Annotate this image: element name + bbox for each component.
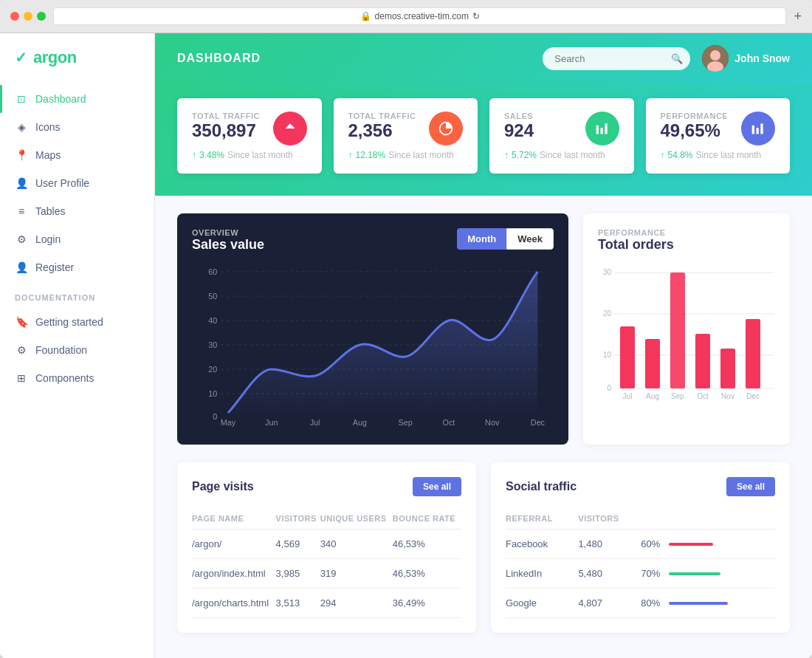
sidebar-item-label: Register xyxy=(35,261,74,273)
sidebar-item-components[interactable]: ⊞ Components xyxy=(0,364,154,392)
sidebar-item-foundation[interactable]: ⚙ Foundation xyxy=(0,336,154,364)
progress-bar xyxy=(669,602,728,605)
stat-label: TOTAL TRAFFIC xyxy=(192,112,260,120)
col-visitors: VISITORS xyxy=(276,508,320,530)
new-tab-button[interactable]: + xyxy=(794,9,802,24)
refresh-icon[interactable]: ↻ xyxy=(472,11,480,21)
sidebar-item-tables[interactable]: ≡ Tables xyxy=(0,197,154,225)
sidebar-item-maps[interactable]: 📍 Maps xyxy=(0,141,154,169)
logo-text: argon xyxy=(33,48,77,67)
stats-section: TOTAL TRAFFIC 350,897 ↑ 3.48% Since last… xyxy=(155,83,812,196)
col-progress xyxy=(641,508,775,530)
arrow-up-icon: ↑ xyxy=(661,150,665,160)
svg-text:0: 0 xyxy=(213,412,217,421)
avatar xyxy=(702,45,729,72)
orders-chart-svg: 30 20 10 0 xyxy=(598,261,775,409)
charts-row: OVERVIEW Sales value Month Week xyxy=(177,213,790,445)
svg-text:Dec: Dec xyxy=(531,418,546,427)
stat-value: 350,897 xyxy=(192,120,260,141)
svg-text:10: 10 xyxy=(603,351,612,359)
logo-icon: ✓ xyxy=(15,49,27,66)
sidebar-item-label: Foundation xyxy=(35,344,87,356)
stat-value: 924 xyxy=(504,120,534,141)
stat-card-traffic2: TOTAL TRAFFIC 2,356 ↑ 12.18% Since last … xyxy=(334,98,478,174)
sidebar-item-label: Getting started xyxy=(35,316,103,328)
stat-card-traffic1: TOTAL TRAFFIC 350,897 ↑ 3.48% Since last… xyxy=(177,98,322,174)
sidebar-item-label: Icons xyxy=(35,121,60,133)
visitors-cell: 3,985 xyxy=(276,559,320,589)
sidebar-item-register[interactable]: 👤 Register xyxy=(0,253,154,281)
search-box[interactable]: 🔍 xyxy=(543,47,690,70)
svg-rect-5 xyxy=(600,128,602,134)
tables-icon: ≡ xyxy=(15,205,28,218)
svg-text:Oct: Oct xyxy=(443,418,455,427)
sidebar-item-user-profile[interactable]: 👤 User Profile xyxy=(0,169,154,197)
svg-text:May: May xyxy=(221,418,236,427)
header-right: 🔍 John Snow xyxy=(543,45,790,72)
table-row: /argon/index.html 3,985 319 46,53% xyxy=(192,559,461,589)
col-visitors: VISITORS xyxy=(578,508,641,530)
stat-change-label: Since last month xyxy=(540,150,605,160)
svg-text:Dec: Dec xyxy=(746,392,760,400)
progress-cell: 60% xyxy=(641,530,775,559)
url-text: demos.creative-tim.com xyxy=(375,11,469,21)
chart-title: Sales value xyxy=(192,237,264,253)
foundation-icon: ⚙ xyxy=(15,343,28,357)
stat-change: ↑ 3.48% Since last month xyxy=(192,150,307,160)
svg-rect-44 xyxy=(746,319,760,388)
referral-cell: LinkedIn xyxy=(506,559,578,589)
table-row: LinkedIn 5,480 70% xyxy=(506,559,775,589)
minimize-dot[interactable] xyxy=(24,12,32,21)
orders-chart-area: 30 20 10 0 xyxy=(598,261,775,412)
page-name-cell: /argon/index.html xyxy=(192,559,276,589)
maps-icon: 📍 xyxy=(15,148,28,162)
arrow-up-icon: ↑ xyxy=(348,150,353,160)
month-button[interactable]: Month xyxy=(457,228,506,250)
sales-chart-card: OVERVIEW Sales value Month Week xyxy=(177,213,568,445)
social-traffic-title: Social traffic xyxy=(506,480,577,493)
stat-icon xyxy=(741,112,775,145)
week-button[interactable]: Week xyxy=(506,228,554,250)
svg-point-1 xyxy=(710,50,720,61)
sidebar-item-label: User Profile xyxy=(35,177,89,189)
bounce-cell: 46,53% xyxy=(393,559,461,589)
stat-change-label: Since last month xyxy=(227,150,293,160)
visitors-cell: 1,480 xyxy=(578,530,641,559)
social-traffic-see-all-button[interactable]: See all xyxy=(726,477,775,496)
social-traffic-header: Social traffic See all xyxy=(506,477,775,496)
svg-rect-41 xyxy=(670,273,685,388)
referral-cell: Facebook xyxy=(506,530,578,559)
stat-change-label: Since last month xyxy=(696,150,762,160)
main-nav: ⊡ Dashboard ◈ Icons 📍 Maps 👤 User Profil… xyxy=(0,85,154,281)
lock-icon: 🔒 xyxy=(360,11,371,21)
browser-dots xyxy=(10,12,46,21)
social-traffic-card: Social traffic See all REFERRAL VISITORS xyxy=(491,462,790,633)
svg-text:Jul: Jul xyxy=(623,392,633,400)
user-icon: 👤 xyxy=(15,177,28,190)
visitors-cell: 4,807 xyxy=(578,589,641,618)
dashboard-icon: ⊡ xyxy=(15,92,28,106)
svg-text:60: 60 xyxy=(208,267,217,276)
arrow-up-icon: ↑ xyxy=(192,150,196,160)
maximize-dot[interactable] xyxy=(37,12,46,21)
progress-cell: 70% xyxy=(641,559,775,589)
page-visits-see-all-button[interactable]: See all xyxy=(413,477,461,496)
sidebar-item-dashboard[interactable]: ⊡ Dashboard xyxy=(0,85,154,113)
browser-url-bar[interactable]: 🔒 demos.creative-tim.com ↻ xyxy=(53,7,786,25)
page-title: DASHBOARD xyxy=(177,52,261,65)
close-dot[interactable] xyxy=(10,12,19,21)
svg-text:50: 50 xyxy=(208,292,217,301)
search-input[interactable] xyxy=(554,53,665,64)
register-icon: 👤 xyxy=(15,261,28,274)
header: DASHBOARD 🔍 J xyxy=(155,33,812,83)
svg-rect-39 xyxy=(620,326,635,388)
sidebar-item-icons[interactable]: ◈ Icons xyxy=(0,113,154,141)
sidebar-item-getting-started[interactable]: 🔖 Getting started xyxy=(0,308,154,336)
col-bounce-rate: BOUNCE RATE xyxy=(393,508,461,530)
sidebar-item-label: Tables xyxy=(35,205,65,217)
svg-text:Sep: Sep xyxy=(399,418,413,427)
svg-text:Aug: Aug xyxy=(353,418,367,427)
sales-chart-area: 60 50 40 30 20 10 0 xyxy=(192,264,554,430)
sidebar-item-login[interactable]: ⚙ Login xyxy=(0,225,154,253)
sidebar-item-label: Components xyxy=(35,372,94,384)
